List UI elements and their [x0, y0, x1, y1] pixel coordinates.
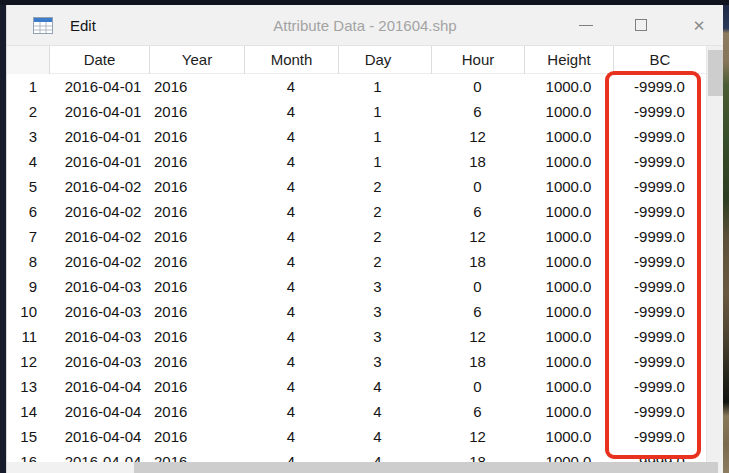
cell-bc[interactable]: -9999.0	[613, 349, 706, 374]
row-number[interactable]: 4	[7, 149, 49, 174]
row-number[interactable]: 14	[7, 399, 49, 424]
column-header-date[interactable]: Date	[49, 46, 149, 74]
cell-hour[interactable]: 12	[431, 124, 524, 149]
cell-year[interactable]: 2016	[149, 399, 244, 424]
cell-date[interactable]: 2016-04-02	[49, 199, 149, 224]
cell-day[interactable]: 4	[338, 374, 431, 399]
cell-day[interactable]: 1	[338, 149, 431, 174]
cell-month[interactable]: 4	[244, 324, 338, 349]
cell-date[interactable]: 2016-04-01	[49, 99, 149, 124]
cell-year[interactable]: 2016	[149, 174, 244, 199]
cell-height[interactable]: 1000.0	[524, 274, 613, 299]
cell-hour[interactable]: 6	[431, 299, 524, 324]
row-number[interactable]: 8	[7, 249, 49, 274]
vertical-scrollbar[interactable]	[706, 46, 723, 462]
cell-date[interactable]: 2016-04-03	[49, 349, 149, 374]
table-row[interactable]: 42016-04-01201641181000.0-9999.0	[7, 149, 706, 174]
maximize-button[interactable]	[621, 5, 667, 46]
cell-bc[interactable]: -9999.0	[613, 174, 706, 199]
cell-month[interactable]: 4	[244, 399, 338, 424]
cell-bc[interactable]: -9999.0	[613, 224, 706, 249]
cell-date[interactable]: 2016-04-01	[49, 74, 149, 99]
cell-bc[interactable]: -9999.0	[613, 424, 706, 449]
cell-bc[interactable]: -9999.0	[613, 324, 706, 349]
cell-date[interactable]: 2016-04-04	[49, 399, 149, 424]
cell-bc[interactable]: -9999.0	[613, 249, 706, 274]
column-header-bc[interactable]: BC	[613, 46, 706, 74]
table-row[interactable]: 52016-04-0220164201000.0-9999.0	[7, 174, 706, 199]
cell-year[interactable]: 2016	[149, 149, 244, 174]
vertical-scrollbar-thumb[interactable]	[708, 50, 723, 96]
cell-year[interactable]: 2016	[149, 424, 244, 449]
cell-hour[interactable]: 18	[431, 249, 524, 274]
table-row[interactable]: 12016-04-0120164101000.0-9999.0	[7, 74, 706, 99]
cell-height[interactable]: 1000.0	[524, 99, 613, 124]
cell-year[interactable]: 2016	[149, 349, 244, 374]
cell-date[interactable]: 2016-04-03	[49, 299, 149, 324]
cell-date[interactable]: 2016-04-01	[49, 149, 149, 174]
cell-bc[interactable]: -9999.0	[613, 149, 706, 174]
column-header-hour[interactable]: Hour	[431, 46, 524, 74]
cell-date[interactable]: 2016-04-02	[49, 174, 149, 199]
cell-height[interactable]: 1000.0	[524, 224, 613, 249]
cell-day[interactable]: 2	[338, 249, 431, 274]
table-row[interactable]: 82016-04-02201642181000.0-9999.0	[7, 249, 706, 274]
cell-date[interactable]: 2016-04-04	[49, 374, 149, 399]
cell-hour[interactable]: 0	[431, 74, 524, 99]
table-row[interactable]: 152016-04-04201644121000.0-9999.0	[7, 424, 706, 449]
row-number[interactable]: 2	[7, 99, 49, 124]
table-row[interactable]: 112016-04-03201643121000.0-9999.0	[7, 324, 706, 349]
cell-height[interactable]: 1000.0	[524, 74, 613, 99]
cell-year[interactable]: 2016	[149, 124, 244, 149]
cell-year[interactable]: 2016	[149, 299, 244, 324]
cell-bc[interactable]: -9999.0	[613, 199, 706, 224]
cell-month[interactable]: 4	[244, 124, 338, 149]
cell-bc[interactable]: -9999.0	[613, 399, 706, 424]
cell-year[interactable]: 2016	[149, 99, 244, 124]
cell-height[interactable]: 1000.0	[524, 424, 613, 449]
cell-date[interactable]: 2016-04-02	[49, 224, 149, 249]
cell-height[interactable]: 1000.0	[524, 149, 613, 174]
cell-bc[interactable]: -9999.0	[613, 374, 706, 399]
cell-bc[interactable]: -9999.0	[613, 99, 706, 124]
cell-month[interactable]: 4	[244, 274, 338, 299]
cell-month[interactable]: 4	[244, 224, 338, 249]
cell-day[interactable]: 3	[338, 274, 431, 299]
cell-height[interactable]: 1000.0	[524, 174, 613, 199]
cell-date[interactable]: 2016-04-01	[49, 124, 149, 149]
cell-height[interactable]: 1000.0	[524, 299, 613, 324]
cell-day[interactable]: 4	[338, 399, 431, 424]
cell-month[interactable]: 4	[244, 349, 338, 374]
table-row[interactable]: 22016-04-0120164161000.0-9999.0	[7, 99, 706, 124]
row-number[interactable]: 3	[7, 124, 49, 149]
cell-hour[interactable]: 18	[431, 149, 524, 174]
row-number[interactable]: 15	[7, 424, 49, 449]
cell-year[interactable]: 2016	[149, 74, 244, 99]
row-number[interactable]: 9	[7, 274, 49, 299]
column-header-year[interactable]: Year	[149, 46, 244, 74]
row-number[interactable]: 1	[7, 74, 49, 99]
cell-hour[interactable]: 18	[431, 349, 524, 374]
cell-height[interactable]: 1000.0	[524, 124, 613, 149]
cell-year[interactable]: 2016	[149, 274, 244, 299]
cell-day[interactable]: 2	[338, 224, 431, 249]
cell-day[interactable]: 1	[338, 99, 431, 124]
table-row[interactable]: 102016-04-0320164361000.0-9999.0	[7, 299, 706, 324]
cell-hour[interactable]: 0	[431, 374, 524, 399]
cell-hour[interactable]: 6	[431, 199, 524, 224]
cell-day[interactable]: 3	[338, 299, 431, 324]
cell-month[interactable]: 4	[244, 149, 338, 174]
cell-day[interactable]: 2	[338, 199, 431, 224]
table-row[interactable]: 142016-04-0420164461000.0-9999.0	[7, 399, 706, 424]
cell-height[interactable]: 1000.0	[524, 249, 613, 274]
cell-month[interactable]: 4	[244, 199, 338, 224]
table-row[interactable]: 72016-04-02201642121000.0-9999.0	[7, 224, 706, 249]
cell-hour[interactable]: 6	[431, 399, 524, 424]
cell-year[interactable]: 2016	[149, 324, 244, 349]
cell-month[interactable]: 4	[244, 74, 338, 99]
cell-bc[interactable]: -9999.0	[613, 74, 706, 99]
cell-date[interactable]: 2016-04-03	[49, 324, 149, 349]
table-row[interactable]: 62016-04-0220164261000.0-9999.0	[7, 199, 706, 224]
table-row[interactable]: 32016-04-01201641121000.0-9999.0	[7, 124, 706, 149]
cell-height[interactable]: 1000.0	[524, 374, 613, 399]
